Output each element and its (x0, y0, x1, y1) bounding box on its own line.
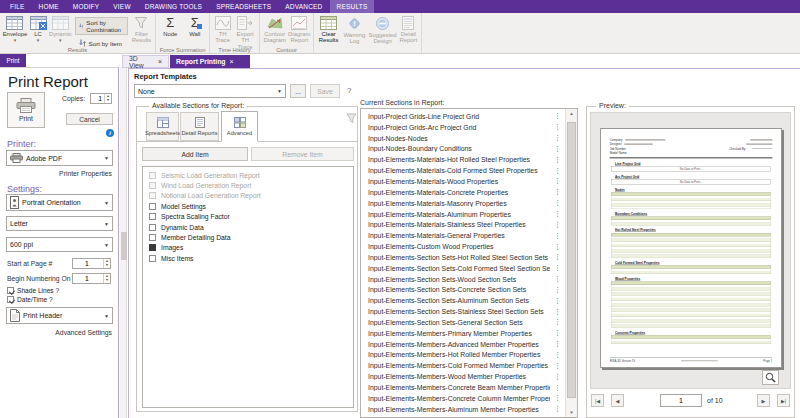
kebab-menu-icon[interactable]: ⋮ (554, 286, 561, 294)
kebab-menu-icon[interactable]: ⋮ (554, 123, 561, 131)
section-checkbox[interactable] (149, 255, 156, 262)
lc-button[interactable]: LC▾ (28, 14, 48, 43)
panel-scrollbar[interactable] (120, 67, 127, 418)
report-section-row[interactable]: Input-Project Grids-Line Project Grid ⋮ (361, 111, 577, 122)
kebab-menu-icon[interactable]: ⋮ (554, 405, 561, 413)
kebab-menu-icon[interactable]: ⋮ (554, 112, 561, 120)
report-section-row[interactable]: Input-Elements-Materials-Stainless Steel… (361, 219, 577, 230)
report-section-row[interactable]: Input-Elements-Section Sets-Concrete Sec… (361, 285, 577, 296)
kebab-menu-icon[interactable]: ⋮ (554, 156, 561, 164)
list-scrollbar[interactable]: ▲ ▼ (565, 109, 577, 417)
browse-template-button[interactable]: ... (290, 84, 306, 98)
start-page-stepper[interactable]: ▲▼ (72, 258, 111, 269)
section-checkbox-item[interactable]: Member Detailing Data (143, 232, 353, 242)
save-template-button[interactable]: Save (310, 84, 340, 98)
filter-sections-button[interactable] (345, 112, 357, 124)
kebab-menu-icon[interactable]: ⋮ (554, 394, 561, 402)
section-checkbox-item[interactable]: Notional Load Generation Report (143, 191, 353, 201)
report-section-row[interactable]: Input-Elements-Materials-Masonry Propert… (361, 198, 577, 209)
report-section-row[interactable]: Input-Elements-Members-Cold Formed Membe… (361, 360, 577, 371)
suggested-design-button[interactable]: Suggested Design (368, 14, 398, 45)
start-page-input[interactable] (73, 259, 103, 268)
section-checkbox-item[interactable]: Dynamic Data (143, 222, 353, 232)
th-trace-button[interactable]: TH Trace (212, 14, 233, 44)
report-section-row[interactable]: Input-Nodes-Boundary Conditions ⋮ (361, 144, 577, 155)
printer-properties-link[interactable]: Printer Properties (59, 170, 112, 177)
section-checkbox[interactable] (149, 244, 156, 251)
kebab-menu-icon[interactable]: ⋮ (554, 232, 561, 240)
kebab-menu-icon[interactable]: ⋮ (554, 275, 561, 283)
kebab-menu-icon[interactable]: ⋮ (554, 167, 561, 175)
kebab-menu-icon[interactable]: ⋮ (554, 188, 561, 196)
section-checkbox-item[interactable]: Spectra Scaling Factor (143, 212, 353, 222)
tab-report-printing[interactable]: Report Printing× (170, 55, 250, 68)
section-checkbox-item[interactable]: Model Settings (143, 201, 353, 211)
envelope-button[interactable]: Envelope▾ (2, 14, 28, 43)
close-icon[interactable]: × (229, 58, 233, 65)
ribbon-tab[interactable]: DRAWING TOOLS (138, 0, 209, 13)
report-section-row[interactable]: Input-Elements-Materials-Cold Formed Ste… (361, 165, 577, 176)
kebab-menu-icon[interactable]: ⋮ (554, 134, 561, 142)
report-section-row[interactable]: Input-Elements-Members-Advanced Member P… (361, 339, 577, 350)
print-header-select[interactable]: Print Header▼ (6, 307, 113, 324)
ribbon-tab[interactable]: RESULTS (330, 0, 375, 13)
kebab-menu-icon[interactable]: ⋮ (554, 373, 561, 381)
report-section-row[interactable]: Input-Elements-Members-Wood Member Prope… (361, 371, 577, 382)
export-th-trace-button[interactable]: Export TH Trace (233, 14, 257, 50)
ribbon-tab[interactable]: VIEW (106, 0, 137, 13)
begin-numbering-stepper[interactable]: ▲▼ (72, 273, 111, 284)
scrollbar-thumb[interactable] (567, 122, 576, 398)
clear-results-button[interactable]: Clear Results (316, 14, 341, 44)
kebab-menu-icon[interactable]: ⋮ (554, 210, 561, 218)
report-section-row[interactable]: Input-Elements-Materials-Hot Rolled Stee… (361, 154, 577, 165)
ribbon-tab[interactable]: FILE (3, 0, 32, 13)
warning-log-button[interactable]: ! Warning Log (341, 14, 367, 45)
section-checkbox[interactable] (149, 234, 156, 241)
last-page-button[interactable]: ▶| (777, 394, 790, 407)
scroll-down-icon[interactable]: ▼ (566, 410, 577, 415)
section-checkbox-item[interactable]: Misc Items (143, 253, 353, 263)
kebab-menu-icon[interactable]: ⋮ (554, 308, 561, 316)
section-checkbox[interactable] (149, 224, 156, 231)
page-number-input[interactable] (660, 394, 702, 407)
copies-input[interactable] (91, 94, 104, 103)
wall-force-button[interactable]: Σ Wall (183, 14, 208, 37)
report-section-row[interactable]: Input-Elements-Materials-Concrete Proper… (361, 187, 577, 198)
filter-results-button[interactable]: Filter Results (130, 14, 153, 44)
orientation-select[interactable]: Portrait Orientation▼ (6, 194, 113, 211)
sort-by-combination-button[interactable]: Sort by Combination (75, 17, 128, 35)
datetime-checkbox[interactable] (7, 296, 14, 303)
report-template-select[interactable]: None▼ (134, 84, 286, 98)
kebab-menu-icon[interactable]: ⋮ (554, 145, 561, 153)
zoom-preview-button[interactable] (762, 370, 779, 385)
section-checkbox[interactable] (149, 182, 156, 189)
section-checkbox[interactable] (149, 213, 156, 220)
report-section-row[interactable]: Input-Nodes-Nodes ⋮ (361, 133, 577, 144)
dynamic-button[interactable]: Dynamic▾ (48, 14, 73, 43)
next-page-button[interactable]: ▶ (757, 394, 770, 407)
spinner-arrows-icon[interactable]: ▲▼ (103, 259, 110, 268)
report-section-row[interactable]: Input-Elements-Members-Primary Member Pr… (361, 328, 577, 339)
tab-3d-view[interactable]: 3D View× (122, 55, 169, 68)
spinner-arrows-icon[interactable]: ▲▼ (103, 274, 110, 283)
ribbon-tab[interactable]: SPREADSHEETS (209, 0, 278, 13)
section-checkbox-item[interactable]: Wind Load Generation Report (143, 180, 353, 190)
copies-stepper[interactable]: ▲▼ (90, 93, 112, 104)
ribbon-tab[interactable]: ADVANCED (278, 0, 329, 13)
section-checkbox[interactable] (149, 172, 156, 179)
tab-spreadsheets[interactable]: Spreadsheets (146, 112, 179, 141)
kebab-menu-icon[interactable]: ⋮ (554, 264, 561, 272)
section-checkbox-item[interactable]: Images (143, 243, 353, 253)
report-section-row[interactable]: Input-Elements-Members-Aluminum Member P… (361, 404, 577, 415)
kebab-menu-icon[interactable]: ⋮ (554, 297, 561, 305)
report-section-row[interactable]: Input-Project Grids-Arc Project Grid ⋮ (361, 122, 577, 133)
report-section-row[interactable]: Input-Elements-Materials-Wood Properties… (361, 176, 577, 187)
help-icon[interactable]: ? (347, 86, 351, 95)
print-panel-tab[interactable]: Print (0, 54, 26, 67)
scrollbar-thumb[interactable] (121, 232, 127, 260)
kebab-menu-icon[interactable]: ⋮ (554, 329, 561, 337)
first-page-button[interactable]: |◀ (591, 394, 604, 407)
add-item-button[interactable]: Add Item (142, 147, 248, 161)
begin-numbering-input[interactable] (73, 274, 103, 283)
cancel-button[interactable]: Cancel (66, 113, 113, 125)
